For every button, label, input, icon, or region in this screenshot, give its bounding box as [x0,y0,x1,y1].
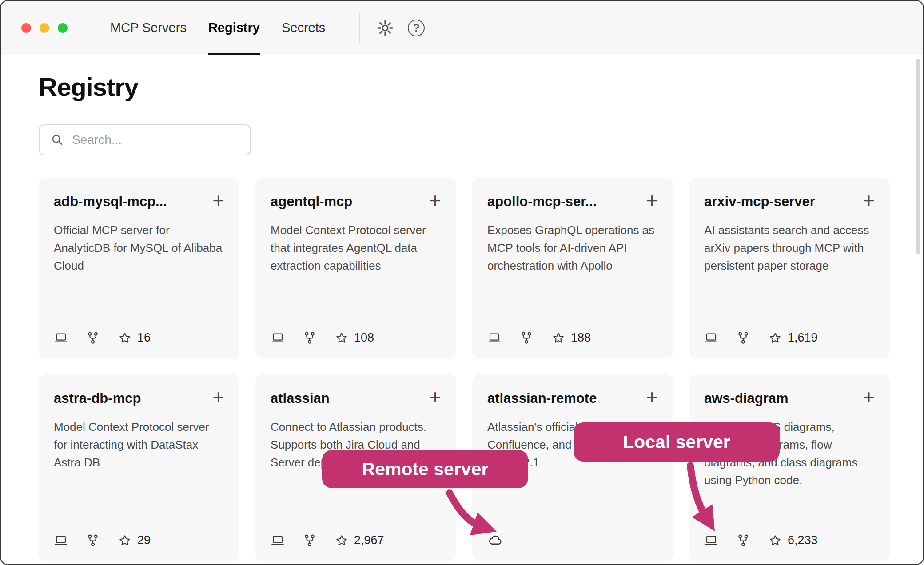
server-description: Exposes GraphQL operations as MCP tools … [487,221,658,275]
add-server-button[interactable]: + [425,390,441,403]
tab-registry[interactable]: Registry [208,1,260,55]
settings-gear-icon[interactable] [376,19,394,37]
server-name: atlassian-remote [487,390,597,406]
star-icon [118,533,132,548]
search-input[interactable] [72,133,239,147]
add-server-button[interactable]: + [641,194,658,206]
add-server-button[interactable]: + [858,194,875,206]
titlebar-actions: ? [376,1,425,55]
star-count: 108 [354,331,374,345]
page-title: Registry [39,73,890,101]
close-button[interactable] [21,23,31,33]
server-card-grid: adb-mysql-mcp... + Official MCP server f… [39,178,890,561]
add-server-button[interactable]: + [858,390,875,403]
add-server-button[interactable]: + [425,194,441,206]
search-box[interactable] [39,124,251,155]
tab-secrets[interactable]: Secrets [282,1,325,55]
laptop-icon [487,331,502,345]
minimize-button[interactable] [40,23,49,33]
star-count: 1,619 [788,331,818,345]
remote-server-callout: Remote server [322,450,528,488]
server-description: Model Context Protocol server that integ… [271,221,441,275]
server-name: arxiv-mcp-server [704,194,815,210]
server-name: agentql-mcp [271,194,352,210]
star-icon [335,533,349,548]
github-icon [303,331,317,345]
server-description: AI assistants search and access arXiv pa… [704,221,875,275]
server-name: astra-db-mcp [54,390,141,406]
server-description: Official MCP server for AnalyticDB for M… [54,221,224,275]
laptop-icon [271,331,285,345]
github-icon [736,533,750,548]
github-icon [86,331,100,345]
tab-mcp-servers[interactable]: MCP Servers [110,1,187,55]
cloud-icon [487,532,503,548]
github-icon [86,533,100,548]
star-icon [335,331,349,345]
traffic-lights [1,1,68,55]
local-server-callout: Local server [574,422,780,462]
server-card-apollo[interactable]: apollo-mcp-ser... + Exposes GraphQL oper… [472,178,673,358]
star-icon [118,331,132,345]
help-icon[interactable]: ? [408,20,425,36]
laptop-icon [704,533,718,548]
laptop-icon [54,331,68,345]
server-description: Model Context Protocol server for intera… [54,418,224,471]
server-card-agentql[interactable]: agentql-mcp + Model Context Protocol ser… [255,178,456,358]
add-server-button[interactable]: + [208,390,224,403]
server-card-arxiv[interactable]: arxiv-mcp-server + AI assistants search … [689,178,890,358]
zoom-button[interactable] [58,23,68,33]
server-card-astra-db[interactable]: astra-db-mcp + Model Context Protocol se… [39,374,239,561]
github-icon [519,331,534,345]
github-icon [736,331,750,345]
add-server-button[interactable]: + [641,390,658,403]
star-count: 29 [137,533,151,547]
laptop-icon [271,533,285,548]
scrollbar[interactable] [916,59,920,254]
tab-bar: MCP Servers Registry Secrets [110,1,347,55]
titlebar-divider [359,13,360,43]
laptop-icon [54,533,68,548]
star-icon [551,331,566,345]
star-count: 16 [137,331,151,345]
search-icon [50,133,64,147]
star-count: 188 [571,331,591,345]
star-count: 6,233 [788,533,818,547]
titlebar: MCP Servers Registry Secrets ? [1,1,923,55]
add-server-button[interactable]: + [208,194,224,206]
server-name: apollo-mcp-ser... [487,194,597,210]
github-icon [303,533,317,548]
star-count: 2,967 [354,533,384,547]
server-card-aws-diagram[interactable]: aws-diagram + Generate AWS diagrams, seq… [689,374,890,561]
app-window: MCP Servers Registry Secrets ? Registry [0,0,924,565]
server-name: atlassian [271,390,330,406]
server-card-adb-mysql[interactable]: adb-mysql-mcp... + Official MCP server f… [39,178,239,358]
laptop-icon [704,331,718,345]
star-icon [768,331,782,345]
star-icon [768,533,782,548]
server-name: adb-mysql-mcp... [54,194,167,210]
server-name: aws-diagram [704,390,789,406]
